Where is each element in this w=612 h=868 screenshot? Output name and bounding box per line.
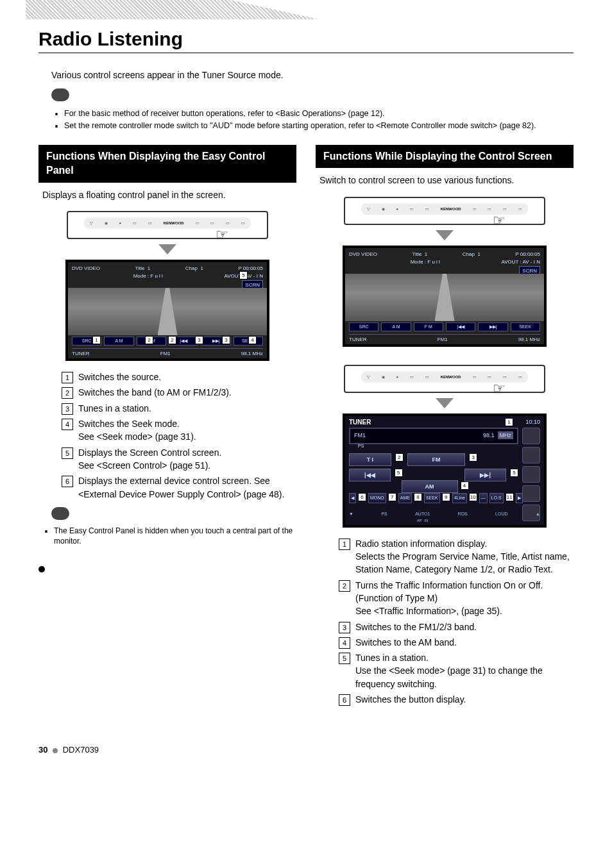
page-number: 30 bbox=[38, 745, 47, 755]
panel-figure-right-2: ▽◉●▭▭KENWOOD▭▭▭▭ ☞ TUNER 10:10 1 FM1 98.… bbox=[316, 365, 574, 528]
freq-label: 98.1 MHz bbox=[241, 350, 263, 357]
easy-control-screen: DVD VIDEO Title 1 Chap 1 P 00:00:05 Mode… bbox=[65, 260, 269, 361]
left-numbered-list: 1Switches the source. 2Switches the band… bbox=[62, 371, 296, 501]
minus-button: — bbox=[479, 493, 488, 503]
band-label: FM1 bbox=[160, 350, 171, 357]
callout-3b: 3 bbox=[222, 336, 230, 344]
4line-button: 4Line bbox=[452, 493, 467, 503]
mono-button: MONO bbox=[368, 493, 386, 503]
road-graphic bbox=[68, 288, 267, 335]
tuner-control-screen: TUNER 10:10 1 FM1 98.1 MHz PS T I bbox=[343, 413, 547, 528]
side-icon bbox=[522, 466, 540, 483]
callout-3: 3 bbox=[195, 336, 203, 344]
receiver-panel: ▽◉●▭▭KENWOOD▭▭▭▭ ☞ bbox=[67, 211, 268, 239]
list-item: 5Displays the Screen Control screen. See… bbox=[62, 446, 296, 472]
left-section-heading: Functions When Displaying the Easy Contr… bbox=[38, 145, 296, 183]
down-arrow-icon bbox=[158, 244, 176, 255]
am-button: A M bbox=[104, 337, 133, 346]
list-item: 1Radio station information display. Sele… bbox=[339, 537, 574, 576]
panel-figure-top: ▽◉●▭▭KENWOOD▭▭▭▭ ☞ DVD VIDEO Title 1 Cha… bbox=[38, 211, 296, 361]
callout-1: 1 bbox=[505, 418, 513, 426]
los-button: LO.S bbox=[489, 493, 504, 503]
callout-1: 1 bbox=[92, 336, 101, 344]
small-buttons-row: ◀ 6 MONO 7 AME 8 SEEK 9 4Line 10 — LO.S … bbox=[349, 493, 518, 503]
right-section-heading: Functions While Displaying the Control S… bbox=[316, 145, 574, 168]
top-note-item: For the basic method of receiver button … bbox=[64, 108, 574, 120]
callout-9: 9 bbox=[442, 493, 450, 501]
ps-label: PS bbox=[358, 443, 364, 449]
list-item: 6Switches the button display. bbox=[339, 693, 574, 706]
intro-text: Various control screens appear in the Tu… bbox=[51, 69, 574, 82]
hand-pointer-icon: ☞ bbox=[493, 211, 506, 231]
right-column: Functions While Displaying the Control S… bbox=[316, 145, 574, 713]
list-item: 6Displays the external device control sc… bbox=[62, 474, 296, 501]
scroll-left-button: ◀ bbox=[349, 493, 356, 503]
footnote-text: The Easy Control Panel is hidden when yo… bbox=[54, 526, 296, 547]
callout-8: 8 bbox=[414, 493, 422, 501]
model-number: DDX7039 bbox=[63, 745, 99, 755]
station-info-display: FM1 98.1 MHz bbox=[349, 428, 518, 444]
list-item: 3Tunes in a station. bbox=[62, 402, 296, 415]
callout-4: 4 bbox=[248, 336, 257, 344]
tuner-footer-indicators: ▼ PS AUTO1AF IN RDS LOUD ▲ bbox=[349, 511, 540, 524]
callout-10: 10 bbox=[469, 493, 477, 501]
panel-figure-right-1: ▽◉●▭▭KENWOOD▭▭▭▭ ☞ DVD VIDEO Title 1 Cha… bbox=[316, 197, 574, 347]
callout-4: 4 bbox=[461, 481, 469, 490]
list-item: 4Switches the Seek mode. See <Seek mode>… bbox=[62, 417, 296, 444]
note-bubble-icon bbox=[51, 88, 69, 101]
hand-pointer-icon: ☞ bbox=[493, 379, 506, 399]
side-icon bbox=[522, 428, 540, 444]
right-numbered-list: 1Radio station information display. Sele… bbox=[339, 537, 574, 706]
receiver-panel: ▽◉●▭▭KENWOOD▭▭▭▭ ☞ bbox=[344, 365, 545, 393]
ame-button: AME bbox=[398, 493, 412, 503]
seek-mode-button: SEEK bbox=[424, 493, 440, 503]
callout-5: 5 bbox=[395, 469, 403, 477]
list-item: 2Turns the Traffic Information function … bbox=[339, 579, 574, 618]
callout-2: 2 bbox=[395, 453, 404, 462]
side-icons-column bbox=[522, 428, 541, 521]
hand-pointer-icon: ☞ bbox=[216, 225, 228, 245]
down-arrow-icon bbox=[436, 398, 454, 408]
footer-dot-icon bbox=[53, 748, 58, 753]
side-icon bbox=[522, 485, 540, 502]
callout-3: 3 bbox=[469, 453, 477, 462]
top-note-item: Set the remote controller mode switch to… bbox=[64, 121, 574, 132]
page-footer: 30 DDX7039 bbox=[38, 744, 574, 756]
list-item: 2Switches the band (to AM or FM1/2/3). bbox=[62, 386, 296, 399]
easy-panel-footnote: The Easy Control Panel is hidden when yo… bbox=[38, 507, 296, 547]
freq-value: 98.1 bbox=[483, 432, 495, 438]
left-column: Functions When Displaying the Easy Contr… bbox=[38, 145, 296, 572]
band-indicator: FM1 bbox=[354, 431, 366, 440]
dvd-transition-screen: DVD VIDEO Title 1 Chap 1 P 00:00:05 Mode… bbox=[343, 246, 547, 347]
side-icon bbox=[522, 447, 540, 463]
top-notes-list: For the basic method of receiver button … bbox=[53, 108, 574, 132]
road-graphic bbox=[345, 274, 544, 321]
receiver-panel: ▽◉●▭▭KENWOOD▭▭▭▭ ☞ bbox=[344, 197, 545, 225]
scroll-right-button: ▶ bbox=[516, 493, 523, 503]
decorative-header-strip bbox=[26, 0, 612, 19]
list-item: 4Switches to the AM band. bbox=[339, 636, 574, 649]
left-subtext: Displays a floating control panel in the… bbox=[42, 189, 293, 202]
tuner-clock: 10:10 bbox=[525, 418, 540, 426]
callout-11: 11 bbox=[506, 493, 514, 501]
right-subtext: Switch to control screen to use various … bbox=[319, 174, 570, 187]
callout-6: 6 bbox=[358, 493, 366, 501]
tuner-title: TUNER bbox=[349, 418, 371, 427]
ti-button: T I bbox=[349, 453, 391, 467]
tuner-label: TUNER bbox=[72, 350, 90, 357]
list-item: 1Switches the source. bbox=[62, 371, 296, 383]
callout-5: 5 bbox=[239, 271, 248, 280]
list-item: 3Switches to the FM1/2/3 band. bbox=[339, 621, 574, 633]
am-band-button: AM bbox=[402, 480, 458, 494]
callout-2b: 2 bbox=[168, 336, 176, 344]
dvd-video-label: DVD VIDEO bbox=[72, 265, 100, 272]
page-title: Radio Listening bbox=[38, 26, 574, 53]
fm-band-button: FM bbox=[407, 453, 466, 467]
callout-5b: 5 bbox=[510, 469, 518, 477]
callout-2: 2 bbox=[145, 336, 153, 344]
callout-7: 7 bbox=[388, 493, 396, 501]
down-arrow-icon bbox=[436, 230, 454, 240]
bullet-dot bbox=[38, 566, 45, 572]
list-item: 5Tunes in a station. Use the <Seek mode>… bbox=[339, 651, 574, 690]
note-bubble-icon bbox=[51, 507, 69, 520]
